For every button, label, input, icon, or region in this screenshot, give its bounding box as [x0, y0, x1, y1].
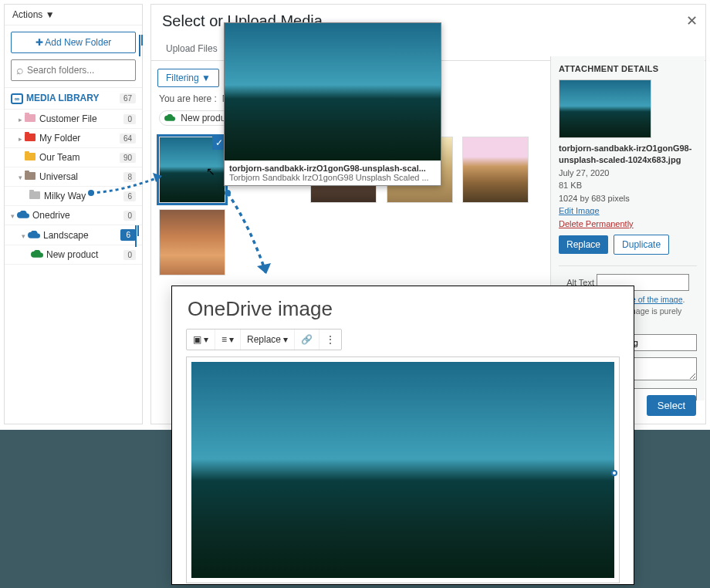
- folder-chip[interactable]: New produ: [159, 110, 234, 126]
- link-icon: 🔗: [301, 334, 313, 345]
- align-icon: ≡: [221, 334, 227, 345]
- resize-handle[interactable]: [611, 470, 617, 476]
- media-thumbnail[interactable]: [462, 137, 529, 203]
- sidebar-resize-handle[interactable]: [139, 35, 145, 49]
- library-count: 67: [120, 93, 136, 103]
- edit-image-link[interactable]: Edit Image: [559, 206, 600, 215]
- actions-dropdown[interactable]: Actions ▼: [5, 5, 142, 25]
- more-icon: ⋮: [326, 334, 335, 345]
- sidebar-resize-handle[interactable]: [135, 225, 141, 239]
- cloud-icon: [17, 211, 29, 218]
- details-thumbnail: [559, 79, 651, 138]
- more-button[interactable]: ⋮: [320, 329, 341, 350]
- folder-onedrive[interactable]: ▾Onedrive0: [5, 206, 142, 225]
- details-date: July 27, 2020: [559, 167, 697, 180]
- folder-my-folder[interactable]: ▸My Folder64: [5, 129, 142, 148]
- cloud-icon: [31, 250, 43, 258]
- image-align-button[interactable]: ▣ ▾: [187, 329, 215, 350]
- details-dimensions: 1024 by 683 pixels: [559, 192, 697, 205]
- media-thumbnail[interactable]: ✓: [159, 137, 225, 203]
- folder-landscape[interactable]: ▾Landscape6: [5, 225, 142, 245]
- replace-button[interactable]: Replace: [559, 235, 608, 254]
- align-button[interactable]: ≡ ▾: [215, 329, 241, 350]
- folder-search-input[interactable]: [27, 65, 130, 76]
- folder-sidebar: Actions ▼ ✚ Add New Folder ⌕ ∞MEDIA LIBR…: [4, 4, 143, 424]
- cloud-icon: [164, 114, 175, 121]
- delete-link[interactable]: Delete Permanently: [559, 219, 634, 228]
- image-icon: ▣: [193, 334, 201, 345]
- search-icon: ⌕: [16, 63, 24, 77]
- preview-caption: Torbjorn Sandbakk IrzO1gonG98 Unsplash S…: [229, 173, 436, 182]
- folder-universal[interactable]: ▾Universal8: [5, 167, 142, 187]
- details-heading: ATTACHMENT DETAILS: [559, 64, 697, 73]
- image-block[interactable]: [186, 357, 620, 583]
- editor-page-title[interactable]: OneDrive image: [172, 286, 634, 329]
- details-size: 81 KB: [559, 179, 697, 192]
- cloud-icon: [28, 231, 40, 238]
- media-thumbnail[interactable]: [159, 209, 225, 275]
- library-icon: ∞: [11, 93, 23, 104]
- add-folder-button[interactable]: ✚ Add New Folder: [11, 32, 136, 53]
- folder-search[interactable]: ⌕: [11, 59, 136, 81]
- inserted-image[interactable]: [191, 362, 614, 578]
- folder-customer-file[interactable]: ▸Customer File0: [5, 110, 142, 129]
- duplicate-button[interactable]: Duplicate: [614, 235, 669, 255]
- filter-button[interactable]: Filtering ▼: [157, 69, 219, 87]
- block-toolbar: ▣ ▾ ≡ ▾ Replace ▾ 🔗 ⋮: [186, 329, 342, 350]
- select-button[interactable]: Select: [647, 395, 696, 416]
- block-editor-window: OneDrive image ▣ ▾ ≡ ▾ Replace ▾ 🔗 ⋮: [171, 286, 634, 585]
- tab-upload-files[interactable]: Upload Files: [157, 36, 226, 60]
- close-button[interactable]: ✕: [686, 12, 698, 29]
- replace-dropdown[interactable]: Replace ▾: [241, 329, 295, 350]
- media-library-root[interactable]: ∞MEDIA LIBRARY 67: [5, 87, 142, 110]
- hover-preview-tooltip: torbjorn-sandbakk-irzO1gonG98-unsplash-s…: [224, 22, 441, 186]
- preview-image: [225, 23, 441, 161]
- folder-new-product[interactable]: New product0: [5, 245, 142, 265]
- preview-filename: torbjorn-sandbakk-irzO1gonG98-unsplash-s…: [229, 164, 436, 173]
- folder-milky-way[interactable]: Milky Way6: [5, 187, 142, 206]
- link-button[interactable]: 🔗: [295, 329, 320, 350]
- details-filename: torbjorn-sandbakk-irzO1gonG98-unsplash-s…: [559, 143, 697, 167]
- folder-our-team[interactable]: ▸Our Team90: [5, 148, 142, 167]
